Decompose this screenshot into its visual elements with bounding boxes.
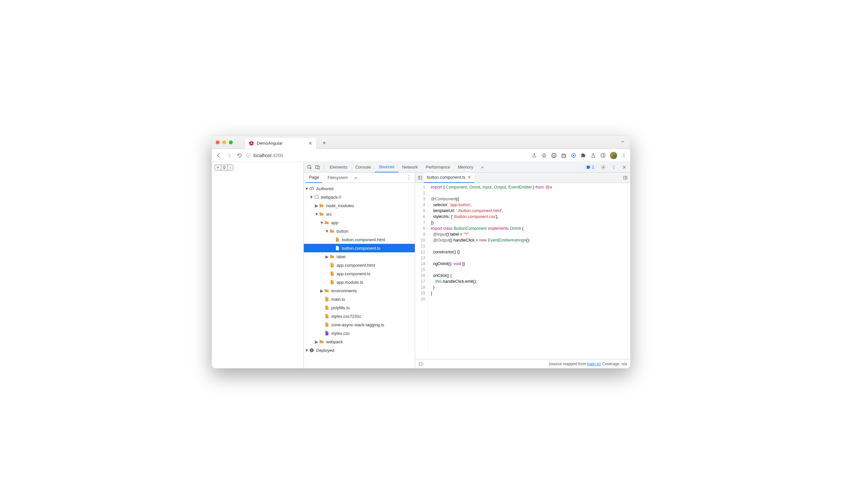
extension-icon-1[interactable]: [551, 152, 557, 158]
decrement-button[interactable]: -: [228, 165, 233, 170]
tree-file-styles-css[interactable]: styles.css: [304, 329, 415, 338]
file-icon: [324, 296, 329, 302]
increment-button[interactable]: +: [215, 165, 221, 170]
navigator-menu-icon[interactable]: ⋮: [405, 175, 413, 181]
minimize-window-button[interactable]: [222, 140, 226, 144]
file-icon: [335, 237, 340, 242]
new-tab-button[interactable]: +: [322, 140, 326, 147]
code-editor[interactable]: 1234567891011121314151617181920 import {…: [415, 183, 630, 359]
extension-icon-3[interactable]: [571, 152, 576, 158]
close-window-button[interactable]: [216, 140, 220, 144]
tab-console[interactable]: Console: [351, 162, 375, 173]
file-icon: [324, 322, 329, 327]
code-icon: [309, 186, 314, 191]
tree-file-button-ts[interactable]: button.component.ts: [304, 244, 415, 252]
side-panel-icon[interactable]: [600, 152, 606, 158]
svg-point-16: [603, 166, 604, 168]
navigator-more-button[interactable]: »: [355, 175, 357, 180]
sources-navigator: Page Filesystem » ⋮ ▼Authored ▼webpack:/…: [304, 173, 415, 368]
tab-sources[interactable]: Sources: [375, 162, 398, 173]
extension-icon-2[interactable]: [561, 152, 567, 158]
profile-avatar[interactable]: [610, 152, 617, 159]
tab-performance[interactable]: Performance: [422, 162, 454, 173]
share-icon[interactable]: [531, 152, 537, 158]
svg-point-4: [563, 156, 563, 156]
tree-button-folder[interactable]: ▼button: [304, 227, 415, 235]
tree-file-zone[interactable]: zone-async-stack-tagging.ts: [304, 320, 415, 329]
tree-label-folder[interactable]: ▶label: [304, 252, 415, 261]
svg-point-10: [624, 154, 624, 154]
tabs-dropdown-button[interactable]: [620, 140, 625, 145]
tab-close-button[interactable]: ✕: [308, 141, 312, 146]
cloud-icon: [313, 194, 319, 200]
titlebar: DemoAngular ✕ +: [212, 136, 630, 149]
tree-file-polyfills[interactable]: polyfills.ts: [304, 303, 415, 312]
back-button[interactable]: [215, 152, 222, 159]
open-file-tab[interactable]: button.component.ts ✕: [424, 173, 474, 183]
navigator-tabs: Page Filesystem » ⋮: [304, 173, 415, 183]
file-icon: [324, 305, 329, 310]
folder-icon: [329, 254, 335, 259]
browser-window: DemoAngular ✕ + ⓘ localhost:4200: [212, 136, 630, 368]
svg-rect-3: [562, 155, 566, 158]
devtools-panel: Elements Console Sources Network Perform…: [303, 162, 630, 368]
browser-menu-icon[interactable]: [621, 152, 627, 158]
tree-src[interactable]: ▼src: [304, 210, 415, 218]
editor-tabs: button.component.ts ✕: [415, 173, 630, 183]
svg-point-1: [553, 155, 554, 155]
tree-webpack-folder[interactable]: ▶webpack: [304, 338, 415, 346]
separator: [323, 164, 324, 170]
tree-deployed[interactable]: ▼Deployed: [304, 346, 415, 355]
tree-node-modules[interactable]: ▶node_modules: [304, 201, 415, 210]
close-devtools-icon[interactable]: [620, 163, 628, 171]
browser-tab[interactable]: DemoAngular ✕: [245, 137, 317, 149]
counter-widget: + 0 -: [214, 165, 233, 170]
source-map-link[interactable]: main.js: [587, 362, 600, 366]
extension-icon-labs[interactable]: [590, 152, 596, 158]
tree-environments[interactable]: ▶environments: [304, 286, 415, 295]
forward-button[interactable]: [226, 152, 233, 159]
tree-file-styles-q[interactable]: styles.css?231c: [304, 312, 415, 320]
tab-memory[interactable]: Memory: [454, 162, 477, 173]
more-tabs-button[interactable]: »: [477, 162, 487, 173]
angular-icon: [249, 141, 254, 146]
svg-point-5: [564, 156, 565, 156]
file-icon: [335, 246, 340, 251]
settings-gear-icon[interactable]: [599, 163, 607, 171]
toggle-debugger-icon[interactable]: [622, 174, 629, 181]
file-tree: ▼Authored ▼webpack:// ▶node_modules ▼src…: [304, 183, 415, 368]
close-file-icon[interactable]: ✕: [467, 175, 471, 180]
url-host: localhost: [253, 153, 271, 158]
extensions-puzzle-icon[interactable]: [580, 152, 586, 158]
url-field[interactable]: ⓘ localhost:4200: [247, 152, 528, 158]
tree-file-app-ts[interactable]: app.component.ts: [304, 269, 415, 278]
counter-value[interactable]: 0: [221, 165, 228, 170]
bookmark-star-icon[interactable]: [541, 152, 547, 158]
issues-count: 1: [592, 165, 594, 169]
tree-file-app-html[interactable]: app.component.html: [304, 261, 415, 269]
site-info-icon[interactable]: ⓘ: [247, 152, 251, 158]
tab-elements[interactable]: Elements: [326, 162, 351, 173]
code-content[interactable]: import { Component, OnInit, Input, Outpu…: [428, 183, 630, 359]
svg-point-0: [552, 153, 556, 158]
folder-icon: [329, 229, 335, 234]
issues-badge[interactable]: 1: [584, 164, 597, 170]
tree-file-app-module[interactable]: app.module.ts: [304, 278, 415, 286]
maximize-window-button[interactable]: [229, 140, 233, 144]
pretty-print-icon[interactable]: {}: [418, 362, 423, 366]
tree-webpack-domain[interactable]: ▼webpack://: [304, 193, 415, 201]
tree-file-button-html[interactable]: button.component.html: [304, 235, 415, 244]
file-icon: [324, 330, 329, 336]
device-toggle-icon[interactable]: [313, 163, 321, 171]
inspect-element-icon[interactable]: [306, 163, 313, 171]
reload-button[interactable]: [236, 152, 243, 159]
devtools-menu-icon[interactable]: [610, 163, 618, 171]
navigator-tab-filesystem[interactable]: Filesystem: [324, 173, 351, 183]
sources-panel: Page Filesystem » ⋮ ▼Authored ▼webpack:/…: [304, 173, 630, 368]
tree-app[interactable]: ▼app: [304, 218, 415, 227]
tree-authored[interactable]: ▼Authored: [304, 184, 415, 193]
tree-file-main-ts[interactable]: main.ts: [304, 295, 415, 303]
toggle-navigator-icon[interactable]: [416, 174, 424, 181]
tab-network[interactable]: Network: [398, 162, 422, 173]
navigator-tab-page[interactable]: Page: [306, 173, 322, 183]
